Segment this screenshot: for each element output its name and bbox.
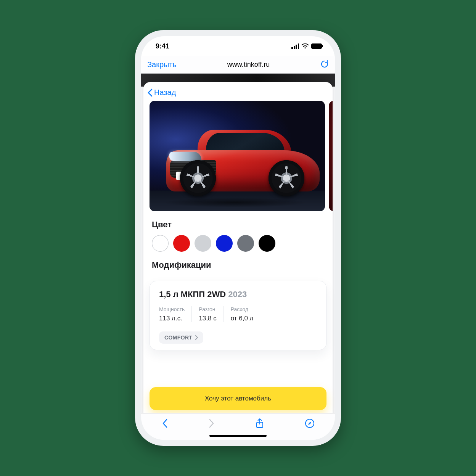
modification-title: 1,5 л МКПП 2WD 2023 bbox=[159, 289, 317, 299]
spec-1: Разгон13,8 с bbox=[191, 306, 223, 322]
modification-card[interactable]: 1,5 л МКПП 2WD 2023 Мощность113 л.с.Разг… bbox=[150, 281, 326, 350]
spec-label: Расход bbox=[231, 306, 254, 312]
modifications-section-title: Модификации bbox=[143, 252, 333, 275]
spec-value: 113 л.с. bbox=[159, 315, 185, 322]
battery-icon bbox=[311, 43, 322, 49]
nav-back-button[interactable] bbox=[162, 418, 168, 430]
share-button[interactable] bbox=[256, 418, 264, 430]
reload-button[interactable] bbox=[320, 60, 329, 70]
status-icons bbox=[291, 43, 322, 49]
color-swatch-4[interactable] bbox=[237, 235, 254, 252]
color-swatch-1[interactable] bbox=[173, 235, 190, 252]
safari-compass-button[interactable] bbox=[305, 418, 315, 430]
spec-value: 13,8 с bbox=[199, 315, 216, 322]
chevron-right-icon bbox=[209, 418, 215, 428]
spec-label: Разгон bbox=[199, 306, 216, 312]
chevron-right-icon bbox=[195, 335, 198, 340]
spec-label: Мощность bbox=[159, 306, 185, 312]
cellular-signal-icon bbox=[291, 43, 299, 49]
color-picker bbox=[143, 235, 333, 252]
car-image-next[interactable] bbox=[329, 101, 333, 211]
phone-frame: 9:41 Закрыть www.tinkoff.ru bbox=[135, 30, 341, 446]
phone-screen: 9:41 Закрыть www.tinkoff.ru bbox=[141, 36, 335, 440]
trim-chip[interactable]: COMFORT bbox=[159, 331, 203, 344]
compass-icon bbox=[305, 418, 315, 428]
safari-top-bar: Закрыть www.tinkoff.ru bbox=[141, 56, 335, 74]
color-section-title: Цвет bbox=[143, 211, 333, 235]
wifi-icon bbox=[301, 43, 309, 49]
spec-0: Мощность113 л.с. bbox=[159, 306, 191, 322]
color-swatch-5[interactable] bbox=[259, 235, 275, 252]
share-icon bbox=[256, 418, 264, 429]
product-sheet: Назад KAIYI X3 bbox=[143, 82, 333, 440]
page-url[interactable]: www.tinkoff.ru bbox=[227, 61, 270, 69]
close-button[interactable]: Закрыть bbox=[147, 60, 177, 69]
status-time: 9:41 bbox=[156, 42, 169, 50]
back-label: Назад bbox=[154, 88, 176, 97]
want-car-button[interactable]: Хочу этот автомобиль bbox=[150, 387, 326, 410]
spec-value: от 6,0 л bbox=[231, 315, 254, 322]
page-content: Назад KAIYI X3 bbox=[141, 74, 335, 440]
chevron-left-icon bbox=[162, 418, 168, 428]
status-bar: 9:41 bbox=[141, 36, 335, 56]
color-swatch-0[interactable] bbox=[152, 235, 169, 252]
car-gallery[interactable]: KAIYI X3 bbox=[143, 101, 333, 211]
spec-row: Мощность113 л.с.Разгон13,8 сРасходот 6,0… bbox=[159, 306, 317, 322]
color-swatch-3[interactable] bbox=[216, 235, 233, 252]
spec-2: Расходот 6,0 л bbox=[224, 306, 261, 322]
chevron-left-icon bbox=[147, 88, 153, 97]
home-indicator[interactable] bbox=[209, 435, 267, 437]
nav-forward-button bbox=[209, 418, 215, 430]
color-swatch-2[interactable] bbox=[195, 235, 211, 252]
back-button[interactable]: Назад bbox=[143, 87, 333, 101]
car-image[interactable]: KAIYI X3 bbox=[150, 101, 325, 211]
